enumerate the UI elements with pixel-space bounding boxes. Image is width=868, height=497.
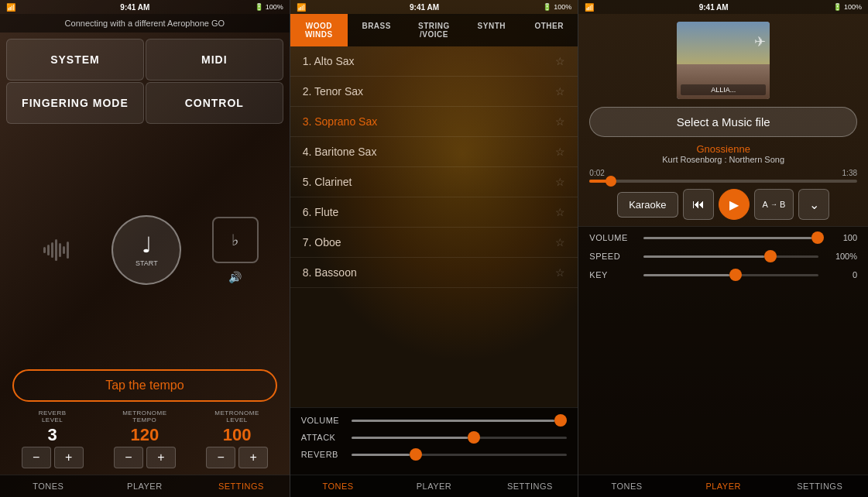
- tone-name: 2. Tenor Sax: [303, 85, 363, 98]
- tab-tones-2[interactable]: TONES: [290, 475, 386, 497]
- wave-bar: [51, 242, 53, 258]
- progress-thumb[interactable]: [606, 176, 616, 187]
- key-thumb[interactable]: [729, 269, 742, 281]
- midi-button[interactable]: MIDI: [146, 39, 283, 81]
- metronome-tempo-value: 120: [130, 425, 159, 445]
- cat-other[interactable]: OTHER: [520, 14, 578, 46]
- cat-string-voice[interactable]: STRING/VOICE: [405, 14, 462, 46]
- attack-thumb[interactable]: [468, 431, 480, 444]
- star-icon[interactable]: ☆: [555, 266, 565, 279]
- progress-area: 0:02 1:38: [578, 169, 868, 183]
- key-label: KEY: [589, 270, 636, 279]
- battery-icon-3: 🔋: [833, 3, 842, 11]
- volume-track-3[interactable]: [643, 237, 818, 239]
- reverb-minus[interactable]: −: [22, 447, 51, 468]
- system-button[interactable]: SYSTEM: [6, 39, 144, 81]
- tuner-button[interactable]: ♭: [212, 217, 259, 263]
- metronome-level-value: 100: [223, 425, 252, 445]
- level-minus[interactable]: −: [206, 447, 235, 468]
- tone-flute[interactable]: 6. Flute ☆: [290, 197, 578, 228]
- speaker-button[interactable]: 🔊: [228, 271, 242, 283]
- album-area: ✈ ALLIA...: [578, 14, 868, 107]
- tab-player-2[interactable]: PLAYER: [386, 475, 482, 497]
- tone-soprano-sax[interactable]: 3. Soprano Sax ☆: [290, 107, 578, 137]
- star-icon[interactable]: ☆: [555, 55, 565, 67]
- tone-name: 1. Alto Sax: [303, 55, 355, 67]
- control-button[interactable]: CONTROL: [146, 82, 283, 124]
- speed-track[interactable]: [643, 255, 818, 258]
- attack-track[interactable]: [352, 437, 568, 439]
- tone-name: 4. Baritone Sax: [303, 146, 377, 158]
- song-info: Gnossienne Kurt Rosenborg : Northern Son…: [578, 143, 868, 164]
- tab-player-3[interactable]: PLAYER: [675, 475, 772, 497]
- cat-brass[interactable]: BRASS: [348, 14, 405, 46]
- settings-panel: 📶 9:41 AM 🔋 100% Connecting with a diffe…: [0, 0, 290, 497]
- reverb-track-2[interactable]: [352, 454, 568, 456]
- ab-button[interactable]: A → B: [754, 189, 794, 220]
- speed-fill: [643, 255, 764, 258]
- select-music-button[interactable]: Select a Music file: [589, 107, 857, 137]
- volume-track-2[interactable]: [352, 420, 568, 422]
- more-button[interactable]: ⌄: [798, 189, 829, 220]
- tone-alto-sax[interactable]: 1. Alto Sax ☆: [290, 46, 578, 77]
- tab-settings-2[interactable]: SETTINGS: [482, 475, 578, 497]
- play-icon: ▶: [729, 197, 739, 212]
- speed-thumb[interactable]: [764, 250, 777, 262]
- status-bar-3: 📶 9:41 AM 🔋 100%: [578, 0, 868, 14]
- star-icon[interactable]: ☆: [555, 176, 565, 188]
- battery-3: 🔋 100%: [833, 3, 862, 11]
- reverb-plus[interactable]: +: [54, 447, 84, 468]
- tone-oboe[interactable]: 7. Oboe ☆: [290, 228, 578, 258]
- level-plus[interactable]: +: [238, 447, 268, 468]
- play-button[interactable]: ▶: [719, 189, 750, 220]
- tone-name: 8. Bassoon: [303, 266, 357, 279]
- reverb-thumb-2[interactable]: [410, 448, 422, 461]
- tone-tenor-sax[interactable]: 2. Tenor Sax ☆: [290, 77, 578, 107]
- tone-name: 3. Soprano Sax: [303, 115, 378, 128]
- level-controls: − +: [206, 447, 268, 468]
- tone-clarinet[interactable]: 5. Clarinet ☆: [290, 167, 578, 197]
- tab-settings-3[interactable]: SETTINGS: [771, 475, 868, 497]
- battery-icon-1: 🔋: [255, 3, 263, 11]
- start-label: START: [136, 259, 158, 267]
- metronome-button[interactable]: ♩ START: [112, 215, 181, 285]
- star-icon[interactable]: ☆: [555, 115, 565, 128]
- tone-bassoon[interactable]: 8. Bassoon ☆: [290, 258, 578, 288]
- total-time: 1:38: [842, 169, 857, 177]
- playback-controls: Karaoke ⏮ ▶ A → B ⌄: [578, 189, 868, 226]
- status-bar-1: 📶 9:41 AM 🔋 100%: [0, 0, 290, 14]
- star-icon[interactable]: ☆: [555, 236, 565, 248]
- tab-settings-1[interactable]: SETTINGS: [193, 475, 290, 497]
- tempo-minus[interactable]: −: [114, 447, 143, 468]
- tempo-plus[interactable]: +: [146, 447, 176, 468]
- volume-thumb-3[interactable]: [811, 231, 824, 244]
- key-track[interactable]: [643, 274, 818, 276]
- fingering-mode-button[interactable]: FINGERING MODE: [6, 82, 144, 124]
- wave-bar: [59, 243, 61, 257]
- tone-name: 5. Clarinet: [303, 176, 352, 188]
- metronome-tempo-control: METRONOMETEMPO 120 − +: [114, 410, 176, 468]
- tab-player-1[interactable]: PLAYER: [97, 475, 194, 497]
- b-label: B: [780, 200, 785, 209]
- progress-track[interactable]: [589, 180, 857, 183]
- karaoke-button[interactable]: Karaoke: [617, 192, 678, 218]
- star-icon[interactable]: ☆: [555, 146, 565, 158]
- volume-slider-row-3: VOLUME 100: [589, 233, 857, 242]
- rewind-button[interactable]: ⏮: [683, 189, 714, 220]
- star-icon[interactable]: ☆: [555, 206, 565, 218]
- reverb-slider-row-2: REVERB: [301, 450, 568, 459]
- cat-woodwinds[interactable]: WOODWINDS: [290, 14, 348, 46]
- tab-tones-3[interactable]: TONES: [578, 475, 675, 497]
- star-icon[interactable]: ☆: [555, 85, 565, 98]
- reverb-label-2: REVERB: [301, 450, 344, 459]
- battery-2: 🔋 100%: [543, 3, 571, 11]
- category-tabs: WOODWINDS BRASS STRING/VOICE SYNTH OTHER: [290, 14, 578, 46]
- tab-tones-1[interactable]: TONES: [0, 475, 97, 497]
- reverb-fill-2: [352, 454, 410, 456]
- tap-tempo-button[interactable]: Tap the tempo: [12, 369, 277, 402]
- cat-synth[interactable]: SYNTH: [463, 14, 520, 46]
- volume-thumb-2[interactable]: [554, 414, 567, 427]
- connection-header: Connecting with a different Aerophone GO: [0, 14, 290, 33]
- status-bar-2: 📶 9:41 AM 🔋 100%: [290, 0, 578, 14]
- tone-baritone-sax[interactable]: 4. Baritone Sax ☆: [290, 137, 578, 167]
